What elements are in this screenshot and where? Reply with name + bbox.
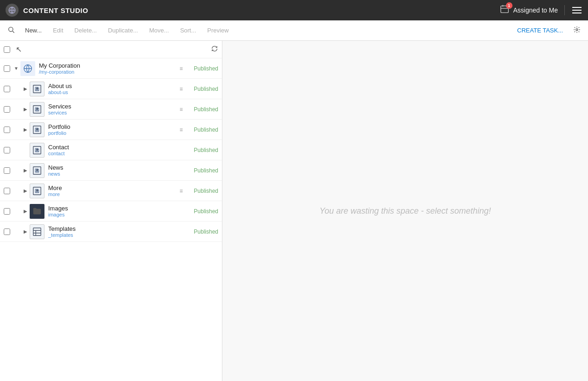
- path-services: services: [48, 110, 177, 115]
- expand-images[interactable]: ▶: [21, 209, 30, 214]
- checkbox-contact[interactable]: [4, 147, 10, 153]
- checkbox-more[interactable]: [4, 188, 10, 194]
- icon-templates: [30, 224, 44, 239]
- assigned-to-me-button[interactable]: 1 Assigned to Me: [499, 4, 558, 16]
- icon-more: [30, 184, 44, 198]
- path-templates: _templates: [48, 232, 177, 238]
- path-about-us: about-us: [48, 89, 177, 95]
- drag-handle-portfolio[interactable]: ≡: [177, 127, 186, 133]
- checkbox-news[interactable]: [4, 167, 10, 174]
- svg-point-17: [37, 190, 38, 191]
- path-contact: contact: [48, 151, 177, 156]
- tree-item-templates[interactable]: ▶ Templates _templates Published: [0, 222, 222, 242]
- sort-button[interactable]: Sort...: [176, 24, 201, 37]
- info-contact: Contact contact: [48, 144, 177, 156]
- edit-button[interactable]: Edit: [48, 24, 68, 37]
- toolbar: New... Edit Delete... Duplicate... Move.…: [0, 20, 588, 41]
- hamburger-line-3: [572, 13, 582, 13]
- expand-templates[interactable]: ▶: [21, 229, 30, 234]
- expand-about-us[interactable]: ▶: [21, 86, 30, 91]
- status-images: Published: [186, 208, 218, 215]
- assigned-icon-wrap: 1: [499, 4, 511, 16]
- checkbox-about-us[interactable]: [4, 86, 10, 92]
- delete-button[interactable]: Delete...: [70, 24, 101, 37]
- path-images: images: [48, 212, 177, 217]
- checkbox-templates[interactable]: [4, 229, 10, 235]
- name-my-corporation: My Corporation: [39, 62, 177, 69]
- path-more: more: [48, 191, 177, 197]
- name-services: Services: [48, 103, 177, 110]
- info-about-us: About us about-us: [48, 83, 177, 95]
- status-news: Published: [186, 167, 218, 174]
- name-more: More: [48, 184, 177, 191]
- topbar-divider: [564, 5, 565, 15]
- left-panel: ↖ ▼ My Corporation /my-corporation ≡: [0, 41, 222, 381]
- tree-container: ▼ My Corporation /my-corporation ≡ Publi…: [0, 58, 222, 242]
- drag-handle-my-corporation[interactable]: ≡: [177, 65, 186, 72]
- name-about-us: About us: [48, 83, 177, 89]
- status-services: Published: [186, 106, 218, 113]
- select-all-checkbox[interactable]: [4, 46, 10, 53]
- tree-item-contact[interactable]: Contact contact Published: [0, 140, 222, 160]
- info-services: Services services: [48, 103, 177, 115]
- svg-rect-18: [33, 228, 41, 235]
- top-bar-right: 1 Assigned to Me: [499, 4, 583, 16]
- hamburger-line-1: [572, 7, 582, 8]
- checkbox-my-corporation[interactable]: [4, 65, 10, 72]
- assigned-label: Assigned to Me: [513, 6, 558, 14]
- drag-handle-services[interactable]: ≡: [177, 106, 186, 113]
- drag-handle-more[interactable]: ≡: [177, 188, 186, 194]
- tree-item-more[interactable]: ▶ More more ≡ Published: [0, 181, 222, 201]
- status-about-us: Published: [186, 86, 218, 92]
- expand-my-corporation[interactable]: ▼: [12, 66, 20, 71]
- top-bar: CONTENT STUDIO 1 Assigned to Me: [0, 0, 588, 20]
- tree-item-services[interactable]: ▶ Services services ≡ Published: [0, 99, 222, 120]
- status-my-corporation: Published: [186, 65, 218, 72]
- tree-item-my-corporation[interactable]: ▼ My Corporation /my-corporation ≡ Publi…: [0, 58, 222, 79]
- icon-images: [30, 204, 44, 219]
- empty-state-message: You are wasting this space - select some…: [319, 206, 491, 216]
- tree-item-news[interactable]: ▶ News news Published: [0, 160, 222, 181]
- search-button[interactable]: [4, 23, 19, 38]
- expand-services[interactable]: ▶: [21, 107, 30, 112]
- info-news: News news: [48, 164, 177, 177]
- name-news: News: [48, 164, 177, 171]
- path-news: news: [48, 171, 177, 177]
- svg-point-9: [37, 108, 38, 109]
- settings-button[interactable]: [569, 23, 584, 38]
- svg-point-2: [9, 27, 13, 32]
- expand-portfolio[interactable]: ▶: [21, 127, 30, 132]
- path-portfolio: portfolio: [48, 130, 177, 136]
- tree-item-portfolio[interactable]: ▶ Portfolio portfolio ≡ Published: [0, 120, 222, 140]
- icon-news: [30, 163, 44, 178]
- drag-handle-about-us[interactable]: ≡: [177, 86, 186, 92]
- checkbox-portfolio[interactable]: [4, 127, 10, 133]
- icon-services: [30, 102, 44, 117]
- checkbox-images[interactable]: [4, 208, 10, 215]
- info-images: Images images: [48, 205, 177, 217]
- move-button[interactable]: Move...: [145, 24, 174, 37]
- name-portfolio: Portfolio: [48, 123, 177, 130]
- menu-button[interactable]: [571, 6, 582, 14]
- tree-item-images[interactable]: ▶ Images images Published: [0, 201, 222, 222]
- duplicate-button[interactable]: Duplicate...: [103, 24, 143, 37]
- refresh-button[interactable]: [211, 45, 218, 54]
- svg-point-4: [576, 29, 578, 31]
- svg-point-7: [37, 88, 38, 89]
- status-portfolio: Published: [186, 127, 218, 133]
- create-task-button[interactable]: CREATE TASK...: [512, 24, 568, 37]
- expand-news[interactable]: ▶: [21, 168, 30, 173]
- icon-about-us: [30, 82, 44, 96]
- name-images: Images: [48, 205, 177, 212]
- new-button[interactable]: New...: [20, 24, 46, 37]
- name-templates: Templates: [48, 225, 177, 232]
- cursor-area: ↖: [16, 45, 22, 54]
- info-more: More more: [48, 184, 177, 197]
- icon-portfolio: [30, 122, 44, 137]
- info-templates: Templates _templates: [48, 225, 177, 238]
- preview-button[interactable]: Preview: [202, 24, 233, 37]
- expand-more[interactable]: ▶: [21, 188, 30, 193]
- tree-item-about-us[interactable]: ▶ About us about-us ≡ Published: [0, 79, 222, 99]
- svg-line-3: [13, 31, 14, 33]
- checkbox-services[interactable]: [4, 106, 10, 113]
